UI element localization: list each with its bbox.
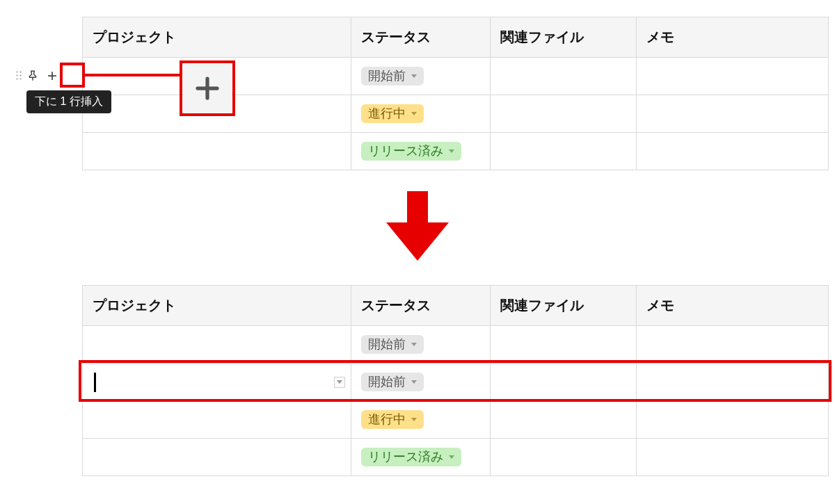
cell-status[interactable]: 開始前	[351, 364, 491, 401]
status-pill-not-started[interactable]: 開始前	[361, 67, 424, 86]
col-header-memo[interactable]: メモ	[637, 286, 829, 326]
cell-file[interactable]	[491, 58, 637, 95]
add-row-zoom	[183, 64, 232, 113]
table-row[interactable]: リリース済み	[83, 133, 829, 170]
cell-status[interactable]: 開始前	[351, 326, 491, 364]
status-label: 開始前	[368, 337, 406, 352]
cell-file[interactable]	[491, 364, 637, 401]
col-header-file[interactable]: 関連ファイル	[491, 17, 637, 58]
cell-memo[interactable]	[637, 439, 829, 476]
cell-project-editing[interactable]	[83, 364, 351, 401]
chevron-down-icon	[411, 343, 417, 346]
status-label: 開始前	[368, 69, 406, 84]
cell-memo[interactable]	[637, 401, 829, 439]
chevron-down-icon	[411, 112, 417, 115]
cell-file[interactable]	[491, 326, 637, 364]
annotation-box-small	[60, 63, 85, 88]
cell-status[interactable]: リリース済み	[351, 439, 491, 476]
add-row-button[interactable]: +	[43, 67, 61, 85]
cell-file[interactable]	[491, 95, 637, 133]
cell-project[interactable]	[83, 439, 351, 476]
table-header-row: プロジェクト ステータス 関連ファイル メモ	[83, 286, 829, 326]
status-pill-in-progress[interactable]: 進行中	[361, 410, 424, 430]
cell-status[interactable]: リリース済み	[351, 133, 491, 170]
col-header-memo[interactable]: メモ	[637, 17, 829, 58]
status-pill-in-progress[interactable]: 進行中	[361, 104, 424, 124]
table-header-row: プロジェクト ステータス 関連ファイル メモ	[83, 17, 829, 58]
row-gutter: +	[15, 67, 61, 85]
cell-file[interactable]	[491, 439, 637, 476]
chevron-down-icon	[411, 74, 417, 78]
col-header-project[interactable]: プロジェクト	[83, 17, 351, 58]
text-cursor	[94, 373, 96, 392]
cell-status[interactable]: 進行中	[351, 95, 491, 133]
table-row[interactable]: 開始前	[83, 326, 829, 364]
cell-memo[interactable]	[637, 364, 829, 401]
col-header-status[interactable]: ステータス	[351, 17, 491, 58]
cell-memo[interactable]	[637, 95, 829, 133]
chevron-down-icon	[449, 455, 454, 459]
status-pill-not-started[interactable]: 開始前	[361, 335, 424, 355]
cell-file[interactable]	[491, 401, 637, 439]
table-row[interactable]: 進行中	[83, 401, 829, 439]
cell-status[interactable]: 進行中	[351, 401, 491, 439]
col-header-status[interactable]: ステータス	[351, 286, 491, 326]
cell-memo[interactable]	[637, 133, 829, 170]
cell-project[interactable]	[83, 401, 351, 439]
status-pill-released[interactable]: リリース済み	[361, 448, 461, 467]
col-header-project[interactable]: プロジェクト	[83, 286, 351, 326]
chevron-down-icon	[449, 149, 454, 153]
cell-file[interactable]	[491, 133, 637, 170]
status-pill-released[interactable]: リリース済み	[361, 142, 461, 161]
col-header-file[interactable]: 関連ファイル	[491, 286, 637, 326]
pin-icon[interactable]	[26, 70, 39, 82]
table-after: プロジェクト ステータス 関連ファイル メモ 開始前	[82, 285, 829, 476]
status-label: 開始前	[368, 375, 406, 390]
status-label: 進行中	[368, 106, 406, 122]
cell-project[interactable]	[83, 133, 351, 170]
table-row-new[interactable]: 開始前	[83, 364, 829, 401]
tooltip-insert-below: 下に 1 行挿入	[26, 90, 111, 113]
cell-memo[interactable]	[637, 326, 829, 364]
arrow-down-icon	[383, 191, 452, 261]
drag-handle-icon[interactable]	[15, 70, 22, 81]
cell-project[interactable]	[83, 326, 351, 364]
table-row[interactable]: リリース済み	[83, 439, 829, 476]
cell-status[interactable]: 開始前	[351, 58, 491, 95]
cell-memo[interactable]	[637, 58, 829, 95]
chevron-down-icon	[411, 418, 417, 421]
cell-dropdown-icon[interactable]	[334, 377, 345, 388]
status-pill-not-started[interactable]: 開始前	[361, 373, 424, 392]
status-label: リリース済み	[368, 450, 443, 465]
status-label: リリース済み	[368, 144, 443, 159]
chevron-down-icon	[411, 380, 417, 384]
status-label: 進行中	[368, 412, 406, 428]
